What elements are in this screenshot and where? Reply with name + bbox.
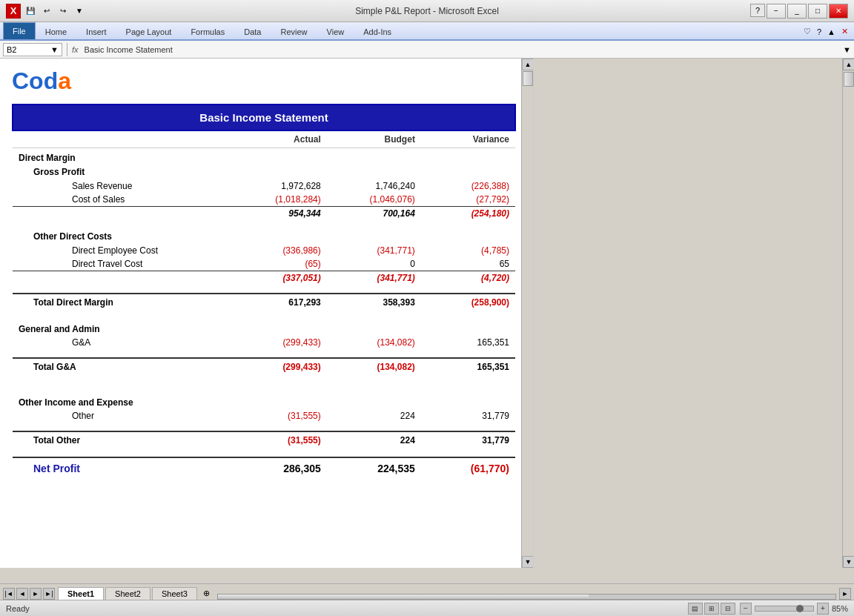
row-direct-employee-cost: Direct Employee Cost (336,986) (341,771)… [13,244,515,257]
col-budget-header: Budget [327,130,421,148]
section-direct-margin-label: Direct Margin [13,148,515,165]
table-title: Basic Income Statement [13,105,515,130]
total-dm-actual: 617,293 [233,294,327,311]
formula-expand-button[interactable]: ▼ [843,45,851,54]
account-icon: ♡ [801,24,814,39]
window-restore-button[interactable]: □ [808,4,827,19]
spreadsheet: ▲ ▼ Coda Basic Income Statement [0,59,534,568]
tab-insert[interactable]: Insert [76,24,116,39]
scrollbar-h-track[interactable] [217,594,836,600]
sheet-nav-last[interactable]: ►| [43,588,55,600]
window-controls: ? − _ □ ✕ [750,4,848,19]
spreadsheet-content: Coda Basic Income Statement Actual Budge… [0,59,533,503]
tab-page-layout[interactable]: Page Layout [116,24,182,39]
ribbon-collapse-icon[interactable]: ▲ [824,24,838,39]
tab-data[interactable]: Data [234,24,271,39]
total-dm-budget: 358,393 [327,294,421,311]
total-other-budget: 224 [327,431,421,448]
name-box-dropdown[interactable]: ▼ [50,45,59,54]
total-gna-label: Total G&A [13,358,233,375]
subtotal-odc-label [13,271,233,285]
sheet-tabs-bar: |◄ ◄ ► ►| Sheet1 Sheet2 Sheet3 ⊕ ► [0,583,854,600]
label-gna: G&A [13,336,233,349]
tab-view[interactable]: View [317,24,354,39]
zoom-out-button[interactable]: − [740,603,752,615]
ribbon-minimize-button[interactable]: − [767,4,786,19]
status-bar: Ready ▤ ⊞ ⊟ − + 85% [0,600,854,616]
spacer-3 [13,311,515,319]
subtotal-odc-actual: (337,051) [233,271,327,285]
total-gna-variance: 165,351 [421,358,515,375]
help-icon[interactable]: ? [750,4,765,17]
status-right: ▤ ⊞ ⊟ − + 85% [688,603,848,615]
sheet-tab-3[interactable]: Sheet3 [152,587,197,600]
zoom-controls: − + 85% [740,603,848,615]
save-qa-button[interactable]: 💾 [24,4,37,18]
zoom-level: 85% [832,604,848,613]
subsection-gross-profit: Gross Profit [13,165,515,179]
variance-gna: 165,351 [421,336,515,349]
tab-formulas[interactable]: Formulas [181,24,234,39]
logo-c: C [12,67,29,94]
insert-sheet-button[interactable]: ⊕ [199,587,214,600]
scrollbar-horizontal[interactable] [214,594,839,600]
scrollbar-down-button[interactable]: ▼ [522,556,534,568]
normal-view-button[interactable]: ▤ [688,603,703,615]
formula-divider [67,43,67,56]
tab-file[interactable]: File [3,22,36,39]
undo-qa-button[interactable]: ↩ [40,4,53,18]
formula-content[interactable]: Basic Income Statement [85,45,173,54]
scroll-right-button[interactable]: ► [839,588,851,600]
right-panel: ▲ ▼ [534,59,854,568]
scrollbar-up-button[interactable]: ▲ [522,59,534,70]
sheet-nav-next[interactable]: ► [30,588,42,600]
budget-dec: (341,771) [327,244,421,257]
actual-other: (31,555) [233,409,327,423]
zoom-in-button[interactable]: + [817,603,829,615]
label-dec: Direct Employee Cost [13,244,233,257]
sheet-tab-1[interactable]: Sheet1 [58,587,104,600]
window-title: Simple P&L Report - Microsoft Excel [355,6,499,16]
subtotal-odc-budget: (341,771) [327,271,421,285]
sheet-tab-2[interactable]: Sheet2 [105,587,150,600]
label-sales-revenue: Sales Revenue [13,179,233,193]
cell-reference: B2 [7,45,16,54]
total-other-label: Total Other [13,431,233,448]
column-headers-row: Actual Budget Variance [13,130,515,148]
subtotal-gp-budget: 700,164 [327,207,421,221]
subsection-odc-label: Other Direct Costs [13,229,515,244]
scrollbar-h-thumb[interactable] [218,595,589,599]
variance-sales-revenue: (226,388) [421,179,515,193]
tab-addins[interactable]: Add-Ins [354,24,401,39]
row-other: Other (31,555) 224 31,779 [13,409,515,423]
page-layout-view-button[interactable]: ⊞ [704,603,719,615]
row-gna: G&A (299,433) (134,082) 165,351 [13,336,515,349]
name-box[interactable]: B2 ▼ [3,43,62,56]
window-minimize-button[interactable]: _ [787,4,807,19]
budget-sales-revenue: 1,746,240 [327,179,421,193]
logo-area: Coda [12,64,515,98]
spacer-4 [13,349,515,358]
actual-dtc: (65) [233,257,327,271]
window-close-button[interactable]: ✕ [829,4,848,19]
customize-qa-button[interactable]: ▼ [73,4,86,18]
tab-home[interactable]: Home [36,24,76,39]
scrollbar-v-down[interactable]: ▼ [843,556,854,568]
scrollbar-v-up[interactable]: ▲ [843,59,854,70]
view-buttons: ▤ ⊞ ⊟ [688,603,735,615]
scrollbar-v-thumb[interactable] [844,72,854,87]
variance-dtc: 65 [421,257,515,271]
close-ribbon-button[interactable]: ✕ [838,24,851,39]
help-ribbon-icon[interactable]: ? [814,24,824,39]
sheet-nav-prev[interactable]: ◄ [16,588,28,600]
redo-qa-button[interactable]: ↪ [56,4,70,18]
logo-text: Coda [12,67,71,94]
row-cost-of-sales: Cost of Sales (1,018,284) (1,046,076) (2… [13,193,515,207]
tab-review[interactable]: Review [271,24,317,39]
scrollbar-vertical[interactable]: ▲ ▼ [842,59,854,568]
formula-bar: B2 ▼ fx Basic Income Statement ▼ [0,41,854,59]
zoom-slider[interactable] [755,606,814,612]
scrollbar-thumb[interactable] [523,71,533,86]
page-break-view-button[interactable]: ⊟ [721,603,735,615]
sheet-nav-first[interactable]: |◄ [3,588,15,600]
